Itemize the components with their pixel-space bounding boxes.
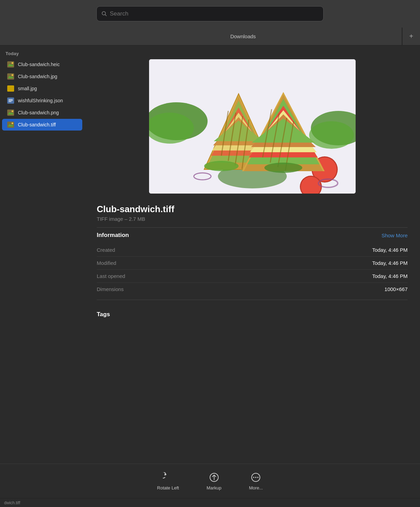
- preview-image: [149, 59, 356, 194]
- sidebar-item-label-tiff: Club-sandwich.tiff: [18, 122, 56, 127]
- tags-section: Tags: [84, 311, 420, 321]
- info-row-1: ModifiedToday, 4:46 PM: [97, 257, 408, 270]
- sidebar-item-tiff[interactable]: Club-sandwich.tiff: [2, 119, 82, 131]
- svg-rect-8: [7, 85, 14, 92]
- info-row-label-2: Last opened: [97, 273, 125, 279]
- divider-top: [97, 227, 408, 228]
- info-row-label-3: Dimensions: [97, 286, 124, 292]
- rotate-left-button[interactable]: Rotate Left: [157, 472, 179, 490]
- file-name: Club-sandwich.tiff: [97, 204, 408, 215]
- sidebar-item-icon-png: [7, 109, 14, 116]
- svg-rect-2: [7, 61, 14, 68]
- sidebar-section-today: Today: [0, 50, 84, 58]
- svg-point-23: [309, 121, 354, 149]
- info-section-header: Information Show More: [97, 232, 408, 239]
- info-row-value-0: Today, 4:46 PM: [372, 247, 408, 253]
- svg-point-18: [12, 123, 13, 124]
- svg-point-4: [12, 62, 13, 64]
- info-section-title: Information: [97, 232, 129, 239]
- sidebar-item-label-small: small.jpg: [18, 86, 37, 91]
- svg-rect-13: [7, 110, 14, 116]
- sidebar-item-label-json: wishfulShrinking.json: [18, 98, 63, 103]
- sidebar-item-icon-json: [7, 97, 14, 104]
- markup-button[interactable]: Markup: [207, 472, 221, 490]
- info-row-3: Dimensions1000×667: [97, 283, 408, 296]
- divider-bottom: [97, 300, 408, 300]
- svg-point-61: [255, 477, 257, 478]
- info-row-value-3: 1000×667: [385, 286, 408, 292]
- sidebar-item-small[interactable]: small.jpg: [2, 83, 82, 94]
- sidebar-item-icon-heic: [7, 61, 14, 68]
- markup-label: Markup: [207, 485, 221, 490]
- statusbar: dwich.tiff: [0, 498, 420, 507]
- tab-downloads[interactable]: Downloads: [84, 28, 402, 45]
- svg-rect-5: [7, 73, 14, 80]
- svg-point-54: [204, 161, 239, 171]
- titlebar: [0, 0, 420, 28]
- info-row-2: Last openedToday, 4:46 PM: [97, 270, 408, 283]
- search-icon: [102, 11, 107, 17]
- statusbar-text: dwich.tiff: [4, 500, 20, 505]
- sidebar-item-label-heic: Club-sandwich.heic: [18, 62, 60, 67]
- svg-point-15: [12, 111, 13, 112]
- info-row-label-1: Modified: [97, 260, 116, 266]
- search-input[interactable]: [110, 10, 318, 17]
- tags-title: Tags: [97, 311, 408, 321]
- svg-point-55: [264, 163, 302, 173]
- sidebar-item-label-png: Club-sandwich.png: [18, 110, 59, 115]
- sidebar-item-png[interactable]: Club-sandwich.png: [2, 107, 82, 118]
- more-button[interactable]: More...: [249, 472, 263, 490]
- svg-point-62: [258, 477, 259, 478]
- sidebar-item-icon-jpg: [7, 73, 14, 80]
- svg-point-60: [253, 477, 255, 478]
- show-more-button[interactable]: Show More: [381, 232, 408, 238]
- detail-panel: Club-sandwich.tiff TIFF image – 2.7 MB I…: [84, 45, 420, 464]
- svg-line-1: [105, 15, 107, 16]
- search-bar[interactable]: [96, 6, 324, 21]
- info-row-value-1: Today, 4:46 PM: [372, 260, 408, 266]
- markup-icon: [208, 472, 220, 483]
- info-row-value-2: Today, 4:46 PM: [372, 273, 408, 279]
- rotate-left-label: Rotate Left: [157, 485, 179, 490]
- info-row-label-0: Created: [97, 247, 115, 253]
- sidebar-item-json[interactable]: wishfulShrinking.json: [2, 95, 82, 106]
- sidebar-item-label-jpg: Club-sandwich.jpg: [18, 74, 57, 79]
- bottom-toolbar: Rotate Left Markup More...: [0, 464, 420, 498]
- file-info: Club-sandwich.tiff TIFF image – 2.7 MB I…: [84, 204, 420, 311]
- tab-add-button[interactable]: +: [402, 28, 420, 45]
- sidebar-item-heic[interactable]: Club-sandwich.heic: [2, 59, 82, 70]
- info-row-0: CreatedToday, 4:46 PM: [97, 244, 408, 257]
- sidebar-item-icon-small: [7, 85, 14, 92]
- more-label: More...: [249, 485, 263, 490]
- rotate-left-icon: [162, 472, 174, 483]
- file-meta: TIFF image – 2.7 MB: [97, 216, 408, 222]
- preview-area: [84, 45, 420, 204]
- sidebar: Today Club-sandwich.heicClub-sandwich.jp…: [0, 45, 84, 464]
- more-icon: [250, 472, 262, 483]
- sandwich-illustration: [149, 59, 356, 194]
- sidebar-item-jpg[interactable]: Club-sandwich.jpg: [2, 71, 82, 82]
- tab-downloads-label: Downloads: [230, 33, 256, 39]
- tabbar: Downloads +: [0, 28, 420, 45]
- main-layout: Today Club-sandwich.heicClub-sandwich.jp…: [0, 45, 420, 464]
- svg-rect-16: [7, 122, 14, 128]
- sidebar-item-icon-tiff: [7, 121, 14, 128]
- svg-point-7: [12, 74, 13, 76]
- info-rows: CreatedToday, 4:46 PMModifiedToday, 4:46…: [97, 244, 408, 296]
